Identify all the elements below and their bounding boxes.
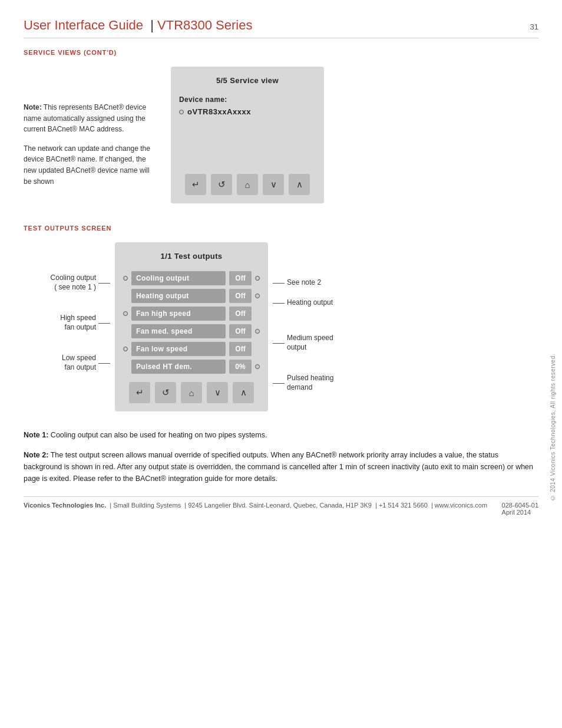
service-device-value-row: oVTR83xxAxxxx — [179, 107, 316, 116]
test-section-label: TEST OUTPUTS SCREEN — [24, 225, 538, 232]
footer-doc-number: 028-6045-01 — [502, 502, 538, 509]
service-device-value: oVTR83xxAxxxx — [187, 107, 251, 116]
service-views-diagram: Note: This represents BACnet® device nam… — [24, 67, 538, 203]
callout-fan-high-speed: High speedfan output — [60, 314, 96, 332]
output-row-fan-low: Fan low speed Off — [123, 342, 260, 356]
pulsed-label: Pulsed HT dem. — [131, 360, 226, 374]
callout-fan-low-speed: Low speedfan output — [62, 354, 96, 372]
footer-left: Viconics Technologies Inc. | Small Build… — [24, 502, 487, 516]
service-note2-text: The network can update and change the de… — [24, 143, 159, 187]
note1: Note 1: Cooling output can also be used … — [24, 429, 538, 441]
service-nav-home[interactable]: ⌂ — [237, 174, 258, 195]
fan-high-label: Fan high speed — [131, 307, 226, 321]
heating-value: Off — [229, 289, 252, 303]
cooling-left-dot — [123, 276, 128, 281]
callout-heating-output: Heating output — [287, 298, 333, 308]
cooling-value: Off — [229, 271, 252, 285]
note1-bold: Note 1: — [24, 431, 48, 439]
callout-pulsed-heating: Pulsed heatingdemand — [287, 374, 333, 392]
test-left-callouts: Cooling output( see note 1 ) High speedf… — [24, 242, 115, 393]
footer-right: 028-6045-01 April 2014 — [502, 502, 538, 516]
test-nav-home[interactable]: ⌂ — [181, 382, 202, 403]
service-nav-up[interactable]: ∧ — [289, 174, 310, 195]
callout-cooling-output: Cooling output( see note 1 ) — [51, 274, 96, 292]
footer-division: Small Building Systems — [113, 502, 181, 509]
fan-low-value: Off — [229, 342, 252, 356]
callout-see-note2: See note 2 — [287, 278, 321, 288]
service-nav-back[interactable]: ↵ — [185, 174, 206, 195]
notes-section: Note 1: Cooling output can also be used … — [24, 429, 538, 485]
test-screen-title: 1/1 Test outputs — [123, 252, 260, 261]
heating-right-dot — [255, 294, 260, 298]
title-text: User Interface Guide — [24, 18, 143, 32]
subtitle-text: VTR8300 Series — [157, 18, 252, 32]
service-nav-down[interactable]: ∨ — [263, 174, 284, 195]
note2-text: The test output screen allows manual ove… — [24, 451, 533, 483]
test-nav-down[interactable]: ∨ — [207, 382, 228, 403]
service-dot — [179, 110, 184, 114]
fan-med-label: Fan med. speed — [131, 324, 226, 338]
output-row-fan-med: Fan med. speed Off — [123, 324, 260, 338]
test-nav-up[interactable]: ∧ — [233, 382, 254, 403]
footer-date: April 2014 — [502, 509, 538, 516]
cooling-right-dot — [255, 276, 260, 281]
note2-bold: Note 2: — [24, 451, 48, 459]
note1-text: Cooling output can also be used for heat… — [51, 431, 267, 439]
footer-company: Viconics Technologies Inc. — [24, 502, 106, 509]
service-nav-reload[interactable]: ↺ — [211, 174, 232, 195]
test-outputs-section: TEST OUTPUTS SCREEN Cooling output( see … — [24, 225, 538, 411]
fan-med-value: Off — [229, 324, 252, 338]
footer-phone: +1 514 321 5660 — [379, 502, 428, 509]
output-row-heating: Heating output Off — [123, 289, 260, 303]
test-screen-mockup: 1/1 Test outputs Cooling output Off Heat… — [115, 242, 268, 411]
footer-website: www.viconics.com — [435, 502, 487, 509]
service-note1-text: This represents BACnet® device name auto… — [24, 103, 146, 133]
test-nav-back[interactable]: ↵ — [129, 382, 150, 403]
cooling-label: Cooling output — [131, 271, 226, 285]
page-header: User Interface Guide | VTR8300 Series 31 — [24, 18, 538, 38]
service-section-label: SERVICE VIEWS (CONT'D) — [24, 49, 538, 56]
page-number: 31 — [530, 22, 538, 31]
fan-low-left-dot — [123, 347, 128, 351]
fan-high-value: Off — [229, 307, 252, 321]
test-right-callouts: See note 2 Heating output Medium speedou… — [268, 242, 359, 393]
page-title: User Interface Guide | VTR8300 Series — [24, 18, 252, 33]
output-row-cooling: Cooling output Off — [123, 271, 260, 285]
pulsed-right-dot — [255, 364, 260, 369]
fan-low-label: Fan low speed — [131, 342, 226, 356]
service-screen-mockup: 5/5 Service view Device name: oVTR83xxAx… — [171, 67, 324, 203]
output-row-pulsed: Pulsed HT dem. 0% — [123, 360, 260, 374]
note2: Note 2: The test output screen allows ma… — [24, 449, 538, 485]
heating-label: Heating output — [131, 289, 226, 303]
service-device-label: Device name: — [179, 95, 316, 104]
service-screen-title: 5/5 Service view — [179, 76, 316, 85]
fan-med-right-dot — [255, 329, 260, 334]
copyright-text: © 2014 Viconics Technologies. All rights… — [550, 354, 556, 501]
page-footer: Viconics Technologies Inc. | Small Build… — [24, 496, 538, 516]
footer-address: 9245 Langelier Blvd. Saint-Leonard, Queb… — [188, 502, 372, 509]
service-note1-bold: Note: — [24, 103, 42, 111]
pulsed-value: 0% — [229, 360, 252, 374]
output-row-fan-high: Fan high speed Off — [123, 307, 260, 321]
test-nav-row: ↵ ↺ ⌂ ∨ ∧ — [123, 382, 260, 403]
service-nav-row: ↵ ↺ ⌂ ∨ ∧ — [179, 174, 316, 195]
test-nav-reload[interactable]: ↺ — [155, 382, 176, 403]
service-notes: Note: This represents BACnet® device nam… — [24, 67, 159, 187]
callout-medium-speed: Medium speedoutput — [287, 334, 333, 352]
fan-high-left-dot — [123, 311, 128, 316]
